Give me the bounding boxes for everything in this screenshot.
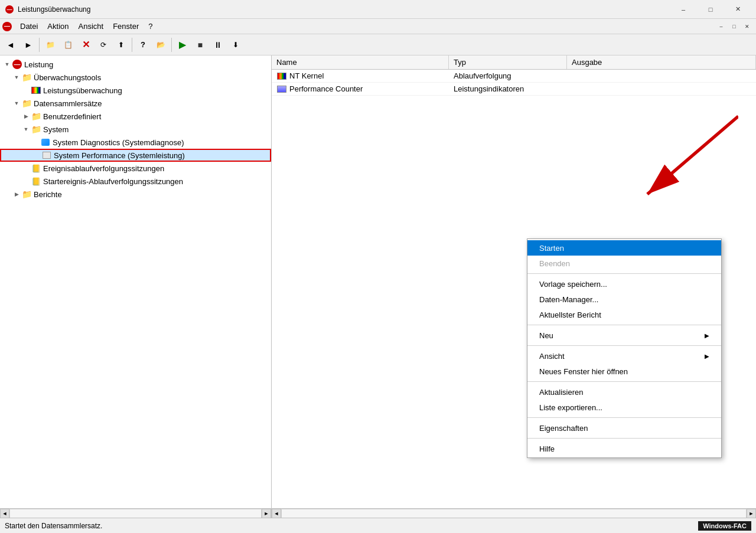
properties-button[interactable]: 📋	[60, 37, 76, 53]
context-menu: Starten Beenden Vorlage speichern... Dat…	[527, 238, 722, 458]
ctx-beenden: Beenden	[527, 256, 721, 271]
import-button[interactable]: ⬇	[227, 37, 244, 53]
expander-benutzerdefiniert[interactable]: ▶	[21, 112, 31, 121]
scroll-right-area-right[interactable]: ►	[747, 509, 756, 518]
status-text: Startet den Datensammlersatz.	[5, 522, 698, 530]
ctx-eigenschaften[interactable]: Eigenschaften	[527, 420, 721, 436]
ctx-ansicht[interactable]: Ansicht ▶	[527, 348, 721, 364]
tree-item-benutzerdefiniert[interactable]: ▶ 📁 Benutzerdefiniert	[0, 110, 271, 123]
svg-line-1	[647, 116, 738, 194]
tree-item-leistung[interactable]: ▼ — Leistung	[0, 58, 271, 71]
perfcounter-type: Leistungsindikatoren	[449, 84, 567, 93]
forward-button[interactable]: ►	[20, 37, 37, 53]
ctx-sep-4	[527, 381, 721, 382]
systemdiagnose-icon	[40, 137, 51, 148]
ctx-daten-manager[interactable]: Daten-Manager...	[527, 292, 721, 307]
tree-item-berichte[interactable]: ▶ 📁 Berichte	[0, 188, 271, 201]
col-header-type[interactable]: Typ	[449, 55, 567, 69]
right-pane: Name Typ Ausgabe NT Kernel Ablaufverfolg…	[272, 55, 756, 518]
menu-aktion[interactable]: Aktion	[43, 20, 73, 33]
berichte-label: Berichte	[34, 190, 62, 199]
tree-item-system[interactable]: ▼ 📁 System	[0, 123, 271, 136]
tree-item-systemleistung[interactable]: System Performance (Systemleistung)	[0, 149, 271, 162]
close-button[interactable]: ✕	[724, 0, 751, 19]
ctx-sep-2	[527, 325, 721, 325]
ctx-aktualisieren[interactable]: Aktualisieren	[527, 384, 721, 400]
tree-item-systemdiagnose[interactable]: System Diagnostics (Systemdiagnose)	[0, 136, 271, 149]
delete-button[interactable]: ✕	[77, 37, 94, 53]
expander-ueberwachungstools[interactable]: ▼	[12, 73, 21, 82]
start-button[interactable]: ▶	[174, 37, 191, 53]
ctx-ansicht-arrow: ▶	[705, 353, 709, 359]
tree-item-startereignis[interactable]: 📒 Startereignis-Ablaufverfolgungssitzung…	[0, 175, 271, 188]
col-header-name[interactable]: Name	[272, 55, 449, 69]
ctx-sep-6	[527, 438, 721, 439]
startereignis-label: Startereignis-Ablaufverfolgungssitzungen	[43, 177, 183, 186]
minimize-button[interactable]: –	[670, 0, 697, 19]
ctx-neues-fenster[interactable]: Neues Fenster hier öffnen	[527, 364, 721, 379]
ueberwachungstools-icon: 📁	[21, 72, 32, 83]
ctx-vorlage[interactable]: Vorlage speichern...	[527, 276, 721, 292]
list-header: Name Typ Ausgabe	[272, 55, 756, 70]
export-button[interactable]: ⬆	[113, 37, 129, 53]
toolbar: ◄ ► 📁 📋 ✕ ⟳ ⬆ ? 📂 ▶ ■ ⏸ ⬇	[0, 34, 756, 55]
ueberwachungstools-label: Überwachungstools	[34, 73, 101, 82]
ctx-neu[interactable]: Neu ▶	[527, 328, 721, 343]
menu-fenster[interactable]: Fenster	[108, 20, 144, 33]
pause-button[interactable]: ⏸	[210, 37, 226, 53]
menu-bar: — Datei Aktion Ansicht Fenster ? – □ ✕	[0, 19, 756, 34]
ntkernel-name: NT Kernel	[289, 71, 324, 80]
tree-item-ueberwachungstools[interactable]: ▼ 📁 Überwachungstools	[0, 71, 271, 84]
tree-item-datensammlersaetze[interactable]: ▼ 📁 Datensammlersätze	[0, 97, 271, 110]
up-button[interactable]: 📁	[42, 37, 58, 53]
perfcounter-icon	[276, 85, 287, 93]
tree-item-leistungsueberwachung[interactable]: Leistungsüberwachung	[0, 84, 271, 97]
ctx-aktueller-bericht[interactable]: Aktuellster Bericht	[527, 307, 721, 322]
ctx-ansicht-label: Ansicht	[539, 352, 565, 361]
expander-datensammlersaetze[interactable]: ▼	[12, 99, 21, 108]
leistung-label: Leistung	[24, 60, 53, 69]
mdi-close[interactable]: ✕	[741, 20, 754, 33]
stop-button[interactable]: ■	[192, 37, 208, 53]
startereignis-icon: 📒	[31, 176, 41, 187]
main-content: ▼ — Leistung ▼ 📁 Überwachungstools Leist…	[0, 55, 756, 518]
window-controls: – □ ✕	[670, 0, 751, 19]
leistung-icon: —	[12, 59, 22, 70]
system-label: System	[43, 125, 69, 134]
list-row-perfcounter[interactable]: Performance Counter Leistungsindikatoren	[272, 83, 756, 96]
scroll-track-left[interactable]	[9, 509, 262, 518]
maximize-button[interactable]: □	[697, 0, 724, 19]
mdi-restore[interactable]: □	[728, 20, 741, 33]
ctx-starten[interactable]: Starten	[527, 240, 721, 256]
scroll-right-area-left[interactable]: ◄	[272, 509, 281, 518]
refresh-button[interactable]: ⟳	[95, 37, 112, 53]
status-badge: Windows-FAC	[698, 521, 751, 531]
datensammlersaetze-icon: 📁	[21, 98, 32, 109]
menu-help[interactable]: ?	[144, 20, 157, 33]
col-header-ausgabe[interactable]: Ausgabe	[567, 55, 756, 69]
menu-ansicht[interactable]: Ansicht	[74, 20, 109, 33]
menu-datei[interactable]: Datei	[15, 20, 43, 33]
systemleistung-label: System Performance (Systemleistung)	[54, 151, 185, 160]
ctx-liste-exportieren[interactable]: Liste exportieren...	[527, 400, 721, 415]
tree-item-ereignisablauf[interactable]: 📒 Ereignisablaufverfolgungssitzungen	[0, 162, 271, 175]
expander-system[interactable]: ▼	[21, 125, 31, 134]
list-row-ntkernel[interactable]: NT Kernel Ablaufverfolgung	[272, 70, 756, 83]
expander-berichte[interactable]: ▶	[12, 189, 21, 199]
leistungsueberwachung-label: Leistungsüberwachung	[43, 86, 122, 95]
ctx-sep-3	[527, 345, 721, 346]
mdi-minimize[interactable]: –	[715, 20, 728, 33]
app-icon: —	[5, 5, 14, 14]
ctx-sep-1	[527, 273, 721, 274]
scroll-right-btn[interactable]: ►	[262, 509, 271, 518]
scroll-track-right[interactable]	[281, 509, 747, 518]
new-folder-button[interactable]: 📂	[152, 37, 169, 53]
back-button[interactable]: ◄	[2, 37, 19, 53]
ereignisablauf-label: Ereignisablaufverfolgungssitzungen	[43, 164, 164, 173]
ntkernel-type: Ablaufverfolgung	[449, 71, 567, 80]
expander-leistung[interactable]: ▼	[2, 60, 12, 69]
ctx-hilfe[interactable]: Hilfe	[527, 441, 721, 456]
system-icon: 📁	[31, 124, 41, 135]
scroll-left-btn[interactable]: ◄	[0, 509, 9, 518]
help-button[interactable]: ?	[135, 37, 151, 53]
